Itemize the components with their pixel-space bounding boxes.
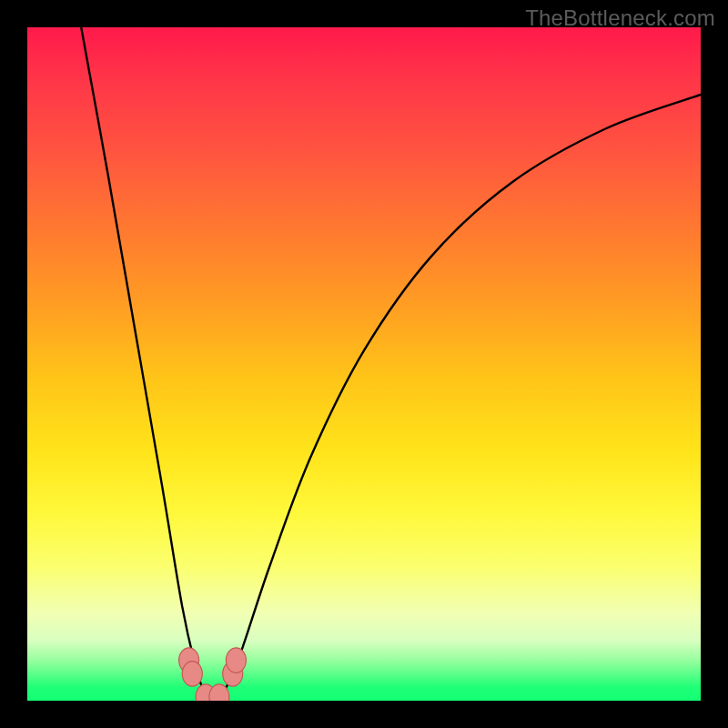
- chart-frame: TheBottleneck.com: [0, 0, 728, 728]
- data-marker-5: [226, 648, 246, 673]
- chart-plot-area: [27, 27, 701, 701]
- data-marker-1: [182, 662, 202, 687]
- curve-markers: [27, 27, 701, 701]
